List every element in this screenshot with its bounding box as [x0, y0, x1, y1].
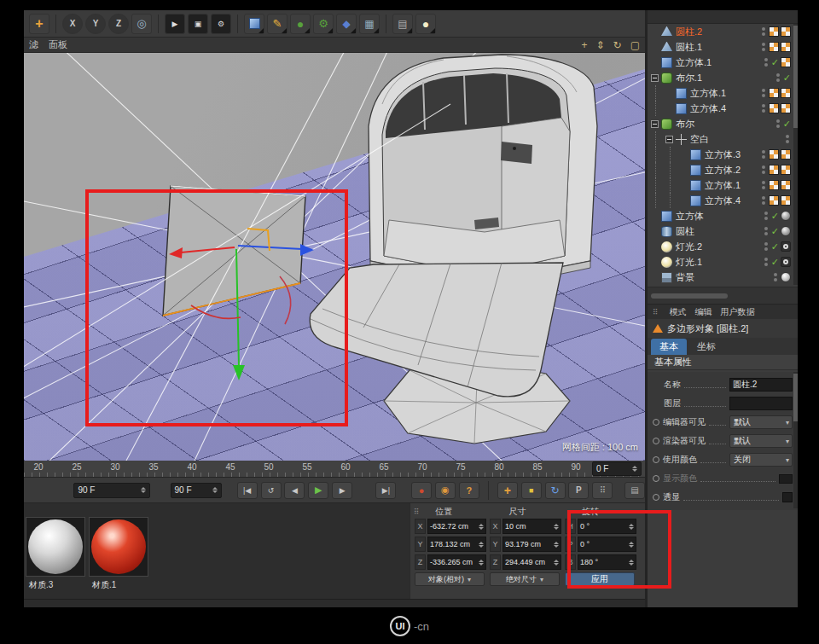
object-row[interactable]: 立方体.4 [648, 193, 798, 208]
keyframe-ring-icon[interactable] [653, 475, 659, 482]
texture-tag-icon[interactable] [781, 42, 791, 52]
visibility-dots[interactable] [764, 257, 768, 267]
current-frame-field[interactable]: 0 F [592, 461, 642, 476]
visibility-dots[interactable] [786, 134, 789, 144]
enabled-check-icon[interactable] [771, 211, 779, 222]
object-row[interactable]: 空白 [648, 131, 798, 147]
material-name[interactable]: 材质.3 [29, 579, 53, 591]
add-environment-button[interactable]: ▦ [359, 14, 380, 34]
zoom-view-icon[interactable]: ⇕ [596, 39, 605, 51]
texture-tag-icon[interactable] [781, 88, 791, 98]
spinner[interactable] [475, 524, 484, 530]
viewport-menu-filter[interactable]: 滤 [29, 38, 38, 51]
start-frame-field[interactable]: 90 F [73, 483, 150, 498]
mailbox-door-flap[interactable] [310, 263, 563, 397]
enabled-check-icon[interactable] [771, 226, 779, 237]
visibility-dots[interactable] [762, 26, 765, 37]
position-z-field[interactable]: -336.265 cm [427, 554, 486, 570]
keyframe-presets-button[interactable]: ▤ [624, 482, 645, 499]
visibility-dots[interactable] [776, 73, 780, 83]
start-frame-spinner[interactable] [137, 487, 146, 493]
enabled-check-icon[interactable] [771, 57, 779, 68]
record-scale-toggle[interactable]: ■ [521, 482, 542, 499]
texture-tag-icon[interactable] [781, 165, 791, 175]
coordinate-system-button[interactable]: ◎ [131, 14, 152, 34]
phong-tag-icon[interactable] [781, 211, 791, 221]
phong-tag-icon[interactable] [781, 226, 791, 236]
object-manager-hscrollbar[interactable] [648, 287, 798, 304]
spinner[interactable] [550, 524, 559, 530]
rotate-view-icon[interactable]: ↻ [613, 39, 622, 51]
keyframe-ring-icon[interactable] [653, 494, 659, 501]
texture-tag-icon[interactable] [769, 149, 779, 160]
keyframe-ring-icon[interactable] [653, 438, 659, 444]
add-generator-button[interactable]: ⚙ [313, 14, 334, 34]
timeline-ruler[interactable]: 20 25 30 35 40 45 50 55 60 65 70 75 80 8… [24, 461, 645, 478]
scrollbar-thumb[interactable] [793, 26, 798, 128]
layer-input[interactable] [729, 397, 793, 410]
go-to-end-button[interactable]: ▶| [375, 482, 396, 499]
add-subdivision-button[interactable]: ● [290, 14, 311, 34]
play-backwards-button[interactable]: ↺ [261, 482, 282, 499]
move-tool-button[interactable]: + [29, 14, 49, 34]
visibility-dots[interactable] [776, 119, 780, 129]
maximize-view-icon[interactable]: ▢ [630, 39, 640, 51]
object-row[interactable]: 圆柱.1 [648, 39, 798, 55]
texture-tag-icon[interactable] [769, 26, 779, 37]
end-frame-spinner[interactable] [209, 487, 218, 493]
edit-menu[interactable]: 编辑 [695, 306, 712, 318]
texture-tag-icon[interactable] [781, 26, 791, 37]
user-data-menu[interactable]: 用户数据 [721, 306, 755, 318]
tab-coordinates[interactable]: 坐标 [688, 339, 724, 355]
object-row[interactable]: 背景 [648, 270, 798, 285]
object-row[interactable]: 圆柱.2 [648, 24, 798, 39]
enabled-check-icon[interactable] [783, 119, 791, 130]
enabled-check-icon[interactable] [783, 73, 791, 84]
object-row[interactable]: 立方体 [648, 208, 798, 223]
visibility-dots[interactable] [764, 226, 768, 236]
scrollbar-thumb[interactable] [793, 374, 798, 421]
add-deformer-button[interactable]: ◆ [336, 14, 357, 34]
add-light-button[interactable]: ● [415, 14, 436, 34]
object-row[interactable]: 灯光.2 [648, 239, 798, 254]
texture-tag-icon[interactable] [781, 57, 791, 67]
visibility-dots[interactable] [762, 42, 765, 52]
spinner[interactable] [625, 524, 634, 530]
texture-tag-icon[interactable] [781, 195, 791, 206]
collapse-toggle[interactable] [651, 74, 659, 82]
basic-properties-section[interactable]: 基本属性 [648, 355, 798, 370]
material-name[interactable]: 材质.1 [92, 579, 116, 591]
object-row[interactable]: 立方体.1 [648, 177, 798, 193]
tab-basic[interactable]: 基本 [651, 339, 687, 355]
spinner[interactable] [475, 542, 484, 548]
visibility-dots[interactable] [764, 211, 768, 221]
size-y-field[interactable]: 93.179 cm [502, 537, 561, 552]
object-row[interactable]: 灯光.1 [648, 254, 798, 270]
keyframe-help-button[interactable]: ? [459, 482, 479, 499]
collapse-toggle[interactable] [651, 120, 659, 128]
render-settings-button[interactable]: ⚙ [211, 14, 231, 34]
rotation-h-field[interactable]: 0 ° [578, 519, 636, 534]
position-mode-dropdown[interactable]: 对象(相对) [415, 572, 485, 586]
visibility-dots[interactable] [774, 272, 777, 282]
render-region-button[interactable]: ▣ [188, 14, 208, 34]
go-to-start-button[interactable]: |◀ [237, 482, 258, 499]
end-frame-dropdown[interactable]: 90 F [171, 483, 223, 498]
apply-button[interactable]: 应用 [565, 572, 635, 586]
render-view-button[interactable]: ▶ [165, 14, 185, 34]
y-axis-lock-button[interactable]: Y [85, 14, 106, 34]
light-tag-icon[interactable] [781, 257, 791, 267]
use-color-dropdown[interactable]: 关闭 [729, 453, 793, 467]
scrollbar-thumb[interactable] [651, 293, 728, 299]
xray-checkbox[interactable] [782, 492, 793, 502]
texture-tag-icon[interactable] [781, 180, 791, 190]
display-color-swatch[interactable] [779, 474, 793, 484]
next-frame-button[interactable]: ▶ [332, 482, 352, 499]
material-thumbnail[interactable] [26, 517, 85, 577]
visibility-dots[interactable] [762, 103, 765, 113]
light-tag-icon[interactable] [781, 241, 791, 252]
record-pla-toggle[interactable]: ⠿ [592, 482, 613, 499]
record-rotation-toggle[interactable]: ↻ [545, 482, 566, 499]
material-thumbnail[interactable] [89, 517, 148, 577]
keyframe-ring-icon[interactable] [653, 456, 659, 463]
